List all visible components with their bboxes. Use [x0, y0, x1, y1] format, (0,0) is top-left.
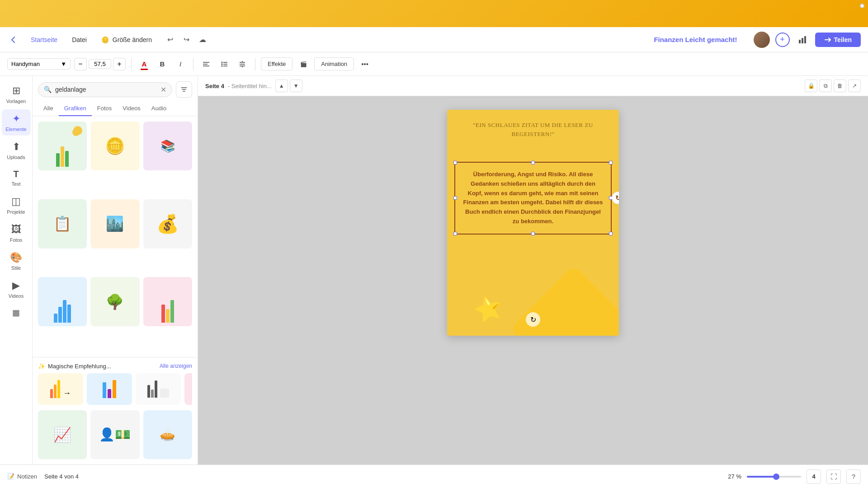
- tab-videos[interactable]: Videos: [117, 101, 146, 116]
- sidebar-item-fotos[interactable]: 🖼 Fotos: [2, 220, 31, 246]
- sidebar-item-videos[interactable]: ▶ Videos: [2, 276, 31, 302]
- help-button[interactable]: ?: [846, 469, 861, 484]
- sidebar-item-elemente[interactable]: ✦ Elemente: [2, 109, 31, 136]
- result-item-3[interactable]: 📚: [143, 122, 192, 170]
- avatar[interactable]: [754, 32, 770, 48]
- align-left-button[interactable]: [199, 57, 213, 71]
- handle-tr[interactable]: [609, 161, 613, 164]
- header: Startseite Datei 🪙 Größe ändern ↩ ↪ ☁ Fi…: [0, 27, 868, 52]
- font-family-select[interactable]: Handyman ▼: [7, 58, 71, 70]
- magic-item-3[interactable]: [136, 373, 181, 405]
- magic-icon: ✨: [38, 363, 45, 370]
- magic-section: ✨ Magische Empfehlung... Alle anzeigen →: [33, 357, 198, 410]
- tab-grafiken[interactable]: Grafiken: [59, 101, 92, 116]
- rotate-handle[interactable]: ↻: [612, 192, 619, 204]
- alle-anzeigen-button[interactable]: Alle anzeigen: [160, 363, 192, 369]
- slide-text-box[interactable]: Überforderung, Angst und Risiko. All die…: [454, 162, 612, 235]
- fotos-label: Fotos: [10, 237, 23, 243]
- sidebar-item-patterns[interactable]: ▦: [2, 304, 31, 321]
- undo-button[interactable]: ↩: [163, 33, 177, 47]
- svg-rect-1: [802, 38, 803, 43]
- zoom-slider[interactable]: [747, 476, 801, 478]
- tab-audio[interactable]: Audio: [146, 101, 172, 116]
- result-item-7[interactable]: [38, 277, 87, 326]
- result-item-12[interactable]: 🥧: [143, 410, 192, 459]
- svg-rect-2: [804, 36, 806, 43]
- sidebar-item-uploads[interactable]: ⬆ Uploads: [2, 137, 31, 164]
- sidebar-item-vorlagen[interactable]: ⊞ Vorlagen: [2, 81, 31, 108]
- bold-button[interactable]: B: [155, 57, 170, 71]
- handle-tl[interactable]: [453, 161, 457, 164]
- delete-button[interactable]: 🗑: [834, 80, 846, 92]
- font-size-increase-button[interactable]: +: [113, 58, 126, 70]
- result-item-5[interactable]: 🏙️: [90, 199, 139, 248]
- handle-ml[interactable]: [453, 196, 457, 200]
- sidebar-item-stile[interactable]: 🎨 Stile: [2, 248, 31, 274]
- page-nav-down[interactable]: ▼: [290, 80, 302, 92]
- font-size-decrease-button[interactable]: −: [74, 58, 87, 70]
- formatting-toolbar: Handyman ▼ − 57,5 + A B I Effekte 🎬 Anim…: [0, 52, 868, 76]
- spacing-button[interactable]: [235, 57, 250, 71]
- page-nav-up[interactable]: ▲: [275, 80, 288, 92]
- search-input-wrap[interactable]: 🔍 ✕: [38, 82, 172, 97]
- external-link-button[interactable]: ↗: [848, 80, 861, 92]
- text-color-button[interactable]: A: [137, 57, 151, 71]
- result-item-9[interactable]: [143, 277, 192, 326]
- notes-button[interactable]: 📝 Notizen: [7, 473, 37, 480]
- magic-title: ✨ Magische Empfehlung...: [38, 363, 111, 370]
- tab-fotos[interactable]: Fotos: [92, 101, 118, 116]
- add-collaborator-button[interactable]: +: [775, 33, 790, 47]
- header-left: Startseite Datei 🪙 Größe ändern ↩ ↪ ☁: [7, 33, 210, 47]
- handle-bl[interactable]: [453, 232, 457, 235]
- result-item-6[interactable]: 💰: [143, 199, 192, 248]
- startseite-nav[interactable]: Startseite: [27, 34, 61, 45]
- projekte-icon: ◫: [11, 196, 21, 207]
- svg-point-8: [222, 63, 223, 65]
- back-home-button[interactable]: [7, 33, 20, 46]
- result-item-8[interactable]: 🌳: [90, 277, 139, 326]
- search-input[interactable]: [55, 86, 160, 93]
- tab-audio-label: Audio: [151, 105, 166, 112]
- sidebar-item-projekte[interactable]: ◫ Projekte: [2, 192, 31, 218]
- uploads-icon: ⬆: [12, 141, 20, 153]
- result-item-4[interactable]: 📋: [38, 199, 87, 248]
- animation-icon-button[interactable]: 🎬: [296, 57, 311, 71]
- filter-button[interactable]: [176, 81, 192, 98]
- handle-bm[interactable]: [531, 232, 535, 235]
- cloud-save-button[interactable]: ☁: [195, 33, 210, 47]
- animation-button[interactable]: Animation: [314, 57, 354, 70]
- font-size-value[interactable]: 57,5: [89, 59, 111, 69]
- handle-br[interactable]: [609, 232, 613, 235]
- tab-alle[interactable]: Alle: [38, 101, 59, 116]
- slide-refresh-button[interactable]: ↻: [526, 312, 540, 327]
- result-item-10[interactable]: 📈: [38, 410, 87, 459]
- more-options-button[interactable]: •••: [358, 57, 372, 71]
- search-clear-button[interactable]: ✕: [160, 85, 166, 94]
- datei-nav[interactable]: Datei: [68, 34, 90, 45]
- italic-button[interactable]: I: [173, 57, 188, 71]
- result-item-1[interactable]: [38, 122, 87, 170]
- magic-item-2[interactable]: [87, 373, 132, 405]
- copy-button[interactable]: ⧉: [819, 80, 832, 92]
- redo-button[interactable]: ↪: [179, 33, 193, 47]
- tab-fotos-label: Fotos: [97, 105, 112, 112]
- page-nav: ▲ ▼: [275, 80, 302, 92]
- handle-tm[interactable]: [531, 161, 535, 164]
- result-item-11[interactable]: 👤💵: [90, 410, 139, 459]
- slide-body-text: Überforderung, Angst und Risiko. All die…: [463, 171, 603, 225]
- lock-button[interactable]: 🔒: [805, 80, 817, 92]
- vorlagen-icon: ⊞: [12, 85, 20, 97]
- magic-item-1[interactable]: →: [38, 373, 83, 405]
- page-count-box: 4: [807, 469, 821, 484]
- analytics-icon[interactable]: [795, 33, 810, 47]
- sidebar-item-text[interactable]: T Text: [2, 165, 31, 190]
- canvas-scroll[interactable]: "EIN SCHLAUES ZITAT UM DIE LESER ZU BEGE…: [198, 96, 868, 465]
- effekte-button[interactable]: Effekte: [261, 57, 292, 70]
- project-title[interactable]: Finanzen Leicht gemacht!: [654, 36, 737, 43]
- list-button[interactable]: [217, 57, 231, 71]
- share-button[interactable]: Teilen: [815, 33, 861, 47]
- result-item-2[interactable]: 🪙: [90, 122, 139, 170]
- magic-item-4[interactable]: [184, 373, 192, 405]
- grosse-andern-nav[interactable]: 🪙 Größe ändern: [98, 34, 156, 45]
- fullscreen-button[interactable]: ⛶: [826, 469, 841, 484]
